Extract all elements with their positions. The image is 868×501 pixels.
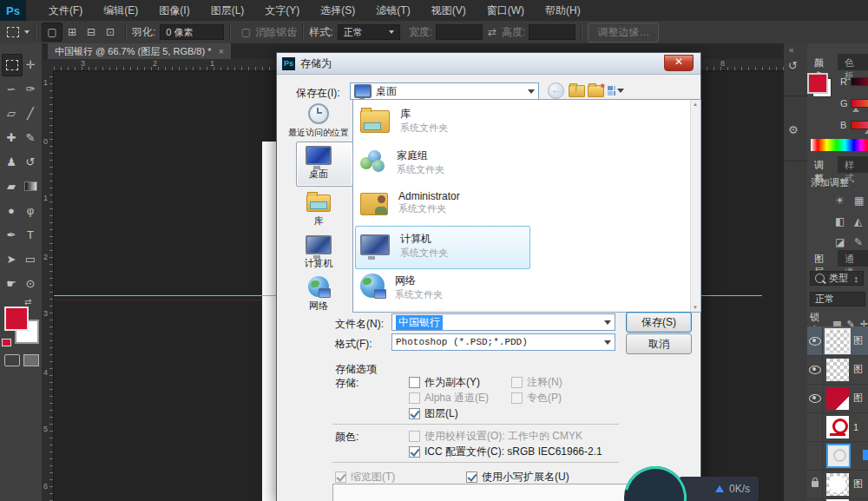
levels-icon[interactable]: ▦ [854, 194, 864, 207]
layers-checkbox[interactable]: 图层(L) [409, 406, 458, 421]
type-tool[interactable]: T [21, 224, 40, 245]
document-tab[interactable]: 中国银行 @ 66.7% (图层 5, RGB/8) * × [48, 43, 231, 59]
place-computer[interactable]: 计算机 [286, 235, 352, 270]
color-spectrum-ramp[interactable] [811, 139, 868, 151]
place-recent[interactable]: 最近访问的位置 [286, 103, 352, 139]
swap-colors-icon[interactable]: ⇄ [24, 297, 31, 307]
healing-brush-tool[interactable]: ✚ [2, 127, 21, 148]
save-in-dropdown[interactable]: 桌面 [350, 82, 539, 100]
layer-row[interactable]: 图 [807, 355, 868, 385]
as-copy-checkbox[interactable]: 作为副本(Y) [409, 375, 480, 390]
tab-swatches[interactable]: 色板 [838, 54, 868, 70]
swap-dimensions-icon[interactable]: ⇄ [488, 26, 496, 38]
views-menu-button[interactable] [608, 82, 624, 99]
default-colors-icon[interactable] [2, 339, 11, 346]
green-channel-slider[interactable] [851, 99, 868, 108]
layer-thumbnail[interactable] [826, 416, 849, 438]
menu-type[interactable]: 文字(Y) [254, 0, 310, 21]
new-folder-button[interactable]: ✷ [588, 82, 604, 99]
visibility-toggle[interactable] [807, 355, 823, 384]
layer-row[interactable] [807, 441, 868, 471]
layer-thumbnail[interactable] [826, 330, 849, 353]
crop-tool[interactable]: ▱ [2, 102, 21, 123]
layer-thumbnail[interactable] [826, 359, 849, 381]
document-tab-close-icon[interactable]: × [219, 46, 224, 56]
tab-styles[interactable]: 样式 [838, 156, 868, 173]
rectangular-marquee-tool[interactable] [2, 54, 23, 76]
format-dropdown[interactable]: Photoshop (*.PSD;*.PDD) [391, 333, 615, 351]
tool-preset-caret-icon[interactable] [24, 30, 30, 34]
brightness-contrast-icon[interactable]: ☀ [835, 194, 845, 207]
tab-layers[interactable]: 图层 [807, 250, 838, 267]
color-panel-foreground-swatch[interactable] [807, 73, 828, 94]
width-input[interactable] [436, 24, 483, 40]
eyedropper-tool[interactable]: ╱ [21, 102, 40, 123]
place-network[interactable]: 网络 [286, 276, 352, 313]
lasso-tool[interactable]: ∽ [2, 78, 21, 99]
history-panel-icon[interactable]: ↺ [788, 59, 798, 72]
menu-image[interactable]: 图像(I) [148, 0, 200, 21]
file-list[interactable]: 库系统文件夹 家庭组系统文件夹 Administrator系统文件夹 计算机系统… [352, 99, 701, 313]
dialog-close-button[interactable]: ✕ [664, 55, 694, 71]
file-item-network[interactable]: 网络系统文件夹 [360, 274, 443, 301]
layer-name[interactable]: 图 [853, 478, 863, 491]
shape-tool[interactable]: ▭ [21, 248, 40, 269]
color-balance-icon[interactable]: ◭ [854, 215, 862, 227]
tool-preset-icon[interactable] [7, 27, 19, 37]
menu-file[interactable]: 文件(F) [38, 0, 93, 21]
save-button[interactable]: 保存(S) [626, 312, 692, 333]
blue-slider-marker[interactable] [865, 129, 868, 134]
dodge-tool[interactable]: φ [21, 200, 40, 221]
tab-channels[interactable]: 通道 [838, 250, 868, 267]
blend-mode-dropdown[interactable]: 正常 [810, 292, 865, 307]
layer-row[interactable]: 1 [807, 412, 868, 442]
hand-tool[interactable]: ☛ [2, 273, 21, 293]
selection-mode-intersect-icon[interactable]: ⊡ [101, 23, 120, 41]
pen-tool[interactable]: ✒ [2, 224, 21, 245]
eraser-tool[interactable]: ▰ [2, 175, 21, 196]
file-item-administrator[interactable]: Administrator系统文件夹 [360, 190, 460, 215]
menu-view[interactable]: 视图(V) [421, 0, 477, 21]
selection-mode-add-icon[interactable]: ⊞ [62, 23, 82, 41]
menu-filter[interactable]: 滤镜(T) [365, 0, 420, 21]
place-libraries[interactable]: 库 [286, 194, 352, 227]
foreground-color-swatch[interactable] [4, 307, 29, 331]
visibility-toggle[interactable] [807, 384, 823, 412]
layer-name[interactable]: 图 [853, 363, 863, 376]
brush-tool[interactable]: ✎ [21, 127, 40, 148]
layer-row[interactable]: 图 [807, 326, 868, 356]
feather-input[interactable]: 0 像素 [160, 24, 224, 40]
style-dropdown[interactable]: 正常 [338, 24, 400, 40]
tab-adjustments[interactable]: 调整 [807, 156, 838, 173]
menu-help[interactable]: 帮助(H) [535, 0, 591, 21]
move-tool[interactable]: ✛ [21, 54, 40, 75]
quick-mask-icon[interactable] [4, 354, 20, 366]
layer-filter-dropdown[interactable]: 类型 ↕ [810, 271, 864, 286]
curves-icon[interactable]: ◧ [835, 215, 845, 227]
layer-thumbnail[interactable] [826, 444, 851, 468]
file-list-scrollbar[interactable] [690, 100, 700, 312]
red-channel-slider[interactable] [851, 77, 868, 86]
place-desktop[interactable]: 桌面 [286, 146, 352, 181]
menu-layer[interactable]: 图层(L) [201, 0, 255, 21]
layer-name[interactable]: 图 [853, 334, 863, 347]
file-item-computer[interactable]: 计算机系统文件夹 [360, 232, 448, 260]
visibility-toggle[interactable] [807, 412, 823, 441]
selection-mode-new-icon[interactable]: ▢ [42, 23, 62, 42]
icc-profile-checkbox[interactable]: ICC 配置文件(C): sRGB IEC61966-2.1 [409, 445, 602, 459]
quick-selection-tool[interactable]: ✑ [21, 78, 40, 99]
height-input[interactable] [529, 24, 575, 40]
file-item-libraries[interactable]: 库系统文件夹 [360, 107, 448, 135]
layer-row[interactable]: 图 [807, 470, 868, 499]
layer-row[interactable]: 图 [807, 384, 868, 413]
filename-input[interactable]: 中国银行 [391, 313, 615, 331]
gradient-tool[interactable] [21, 175, 40, 196]
screen-mode-icon[interactable] [23, 354, 39, 366]
path-selection-tool[interactable]: ➤ [2, 248, 21, 269]
menu-select[interactable]: 选择(S) [310, 0, 365, 21]
net-speed-pill[interactable]: 0K/s [679, 477, 759, 501]
menu-window[interactable]: 窗口(W) [477, 0, 535, 21]
tab-color[interactable]: 颜色 [807, 54, 838, 70]
layer-thumbnail[interactable] [826, 387, 849, 410]
visibility-toggle[interactable] [807, 441, 823, 470]
